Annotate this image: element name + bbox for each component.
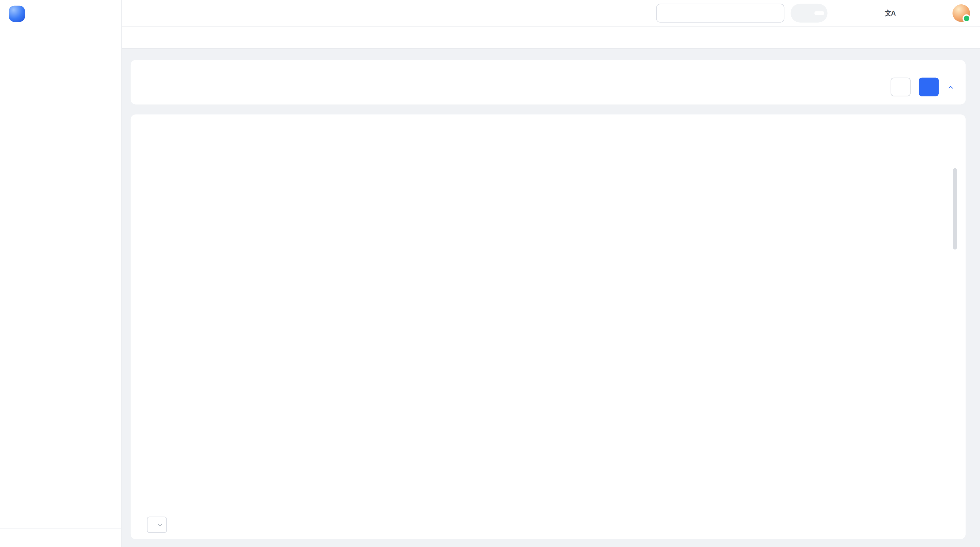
content <box>122 49 980 547</box>
sidebar-menu <box>0 27 121 528</box>
filter-panel <box>130 60 966 104</box>
translate-icon[interactable]: 文A <box>881 4 899 22</box>
collapse-filters-link[interactable] <box>947 85 953 88</box>
login-log-card <box>130 115 966 539</box>
sidebar-footer <box>0 528 121 547</box>
app-logo <box>0 0 121 27</box>
table-footer <box>139 510 957 539</box>
filter-actions <box>143 78 953 96</box>
dark-mode-moon-icon[interactable] <box>858 4 875 22</box>
header: 文A <box>122 0 980 26</box>
query-button[interactable] <box>919 78 939 96</box>
chevron-down-icon <box>158 521 162 526</box>
user-avatar[interactable] <box>953 4 970 22</box>
tenant-select-input[interactable] <box>656 4 784 22</box>
global-search[interactable] <box>791 4 827 22</box>
table-scrollbar[interactable] <box>953 168 957 250</box>
app-root: 文A <box>0 0 980 547</box>
pin-icon[interactable] <box>107 534 115 542</box>
menu-toggle-button[interactable] <box>132 4 149 22</box>
notifications-bell-icon[interactable] <box>929 4 946 22</box>
settings-gear-icon[interactable] <box>834 4 851 22</box>
table-header-bar <box>139 115 957 143</box>
table-wrap <box>139 143 957 510</box>
tab-bar <box>122 26 980 49</box>
search-shortcut <box>815 11 824 15</box>
sidebar <box>0 0 122 547</box>
fullscreen-icon[interactable] <box>905 4 922 22</box>
page-size-select[interactable] <box>147 517 167 533</box>
search-icon <box>798 9 806 17</box>
reset-button[interactable] <box>891 78 911 96</box>
main-area: 文A <box>122 0 980 547</box>
chevron-up-icon <box>948 86 953 90</box>
logo-mark-icon <box>9 6 25 22</box>
